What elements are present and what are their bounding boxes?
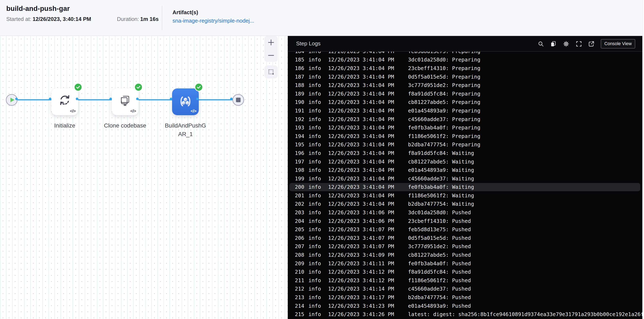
log-message: 0d5f5a015e5d: Preparing (408, 74, 642, 80)
log-level: info (308, 201, 328, 207)
log-level: info (308, 184, 328, 190)
log-row: 186info12/26/2023 3:41:04 PM23cbeff14310… (295, 64, 642, 73)
marquee-select-button[interactable] (264, 66, 278, 78)
log-line-number: 215 (295, 311, 308, 317)
log-row: 197info12/26/2023 3:41:04 PMcb81227abde5… (295, 157, 642, 166)
log-line-number: 207 (295, 243, 308, 249)
log-level: info (308, 218, 328, 224)
external-link-icon[interactable] (588, 41, 594, 47)
pipeline-title: build-and-push-gar (6, 5, 70, 13)
log-timestamp: 12/26/2023 3:41:07 PM (328, 243, 408, 249)
log-timestamp: 12/26/2023 3:41:04 PM (328, 74, 408, 80)
log-row: 193info12/26/2023 3:41:04 PMfe0fb3ab4a0f… (295, 123, 642, 132)
log-level: info (308, 269, 328, 275)
node-initialize[interactable]: </> (51, 88, 78, 115)
zoom-control[interactable] (264, 36, 278, 62)
log-level: info (308, 260, 328, 266)
log-message: e01a454893a9: Pushed (408, 303, 642, 309)
log-row: 206info12/26/2023 3:41:07 PM0d5f5a015e5d… (295, 234, 642, 242)
log-timestamp: 12/26/2023 3:41:04 PM (328, 82, 408, 88)
settings-icon[interactable] (563, 41, 570, 47)
copy-icon[interactable] (550, 41, 556, 47)
log-row: 208info12/26/2023 3:41:09 PMcb81227abde5… (295, 251, 642, 259)
gar-icon (179, 95, 192, 108)
fullscreen-icon[interactable] (576, 41, 582, 47)
log-line-number: 192 (295, 116, 308, 122)
log-line-number: 196 (295, 150, 308, 156)
log-row: 215info12/26/2023 3:41:26 PMlatest: dige… (295, 310, 642, 318)
pipeline-canvas[interactable]: </> Initialize </> Clone codebase (0, 36, 288, 319)
success-check-icon (135, 84, 142, 91)
success-check-icon (195, 84, 202, 91)
stop-icon (236, 98, 240, 102)
node-label-clone-codebase: Clone codebase (98, 121, 152, 130)
connector-dot (136, 98, 139, 100)
log-level: info (308, 252, 328, 258)
started-value: 12/26/2023, 3:40:14 PM (32, 16, 91, 22)
log-body[interactable]: 184info12/26/2023 3:41:04 PMfeb5d8d13e75… (288, 52, 642, 319)
log-line-number: 186 (295, 65, 308, 71)
artifact-link[interactable]: sna-image-registry/simple-nodej... (172, 18, 254, 24)
started-at: Started at:12/26/2023, 3:40:14 PM (6, 16, 91, 22)
log-level: info (308, 159, 328, 165)
log-line-number: 202 (295, 201, 308, 207)
log-message: 23cbeff14310: Preparing (408, 65, 642, 71)
log-timestamp: 12/26/2023 3:41:09 PM (328, 252, 408, 258)
log-level: info (308, 193, 328, 199)
log-message: 3dc01da258d0: Pushed (408, 209, 642, 215)
log-line-number: 187 (295, 74, 308, 80)
step-logs-panel: Step Logs (288, 36, 642, 319)
log-message: f8a91dd5fc84: Waiting (408, 150, 642, 156)
log-timestamp: 12/26/2023 3:41:04 PM (328, 201, 408, 207)
log-timestamp: 12/26/2023 3:41:12 PM (328, 277, 408, 283)
search-icon[interactable] (538, 41, 544, 47)
connector-dot (15, 98, 18, 100)
log-timestamp: 12/26/2023 3:41:04 PM (328, 167, 408, 173)
log-level: info (308, 277, 328, 283)
node-build-and-push-gar[interactable]: </> (172, 88, 199, 115)
log-message: 3dc01da258d0: Preparing (408, 57, 642, 63)
node-label-initialize: Initialize (38, 121, 92, 130)
log-message: e01a454893a9: Preparing (408, 108, 642, 114)
log-line-number: 189 (295, 91, 308, 97)
log-line-number: 198 (295, 167, 308, 173)
log-level: info (308, 167, 328, 173)
connector-dot (110, 98, 112, 100)
log-timestamp: 12/26/2023 3:41:14 PM (328, 286, 408, 292)
vertical-scrollbar[interactable] (642, 0, 644, 319)
log-message: 3c777d951de2: Preparing (408, 82, 642, 88)
log-message: fe0fb3ab4a0f: Waiting (408, 184, 640, 190)
log-timestamp: 12/26/2023 3:41:04 PM (328, 57, 408, 63)
execution-header: build-and-push-gar Started at:12/26/2023… (0, 0, 644, 36)
duration-label: Duration: (117, 16, 139, 22)
log-level: info (308, 286, 328, 292)
log-level: info (308, 74, 328, 80)
log-row: 184info12/26/2023 3:41:04 PMfeb5d8d13e75… (295, 52, 642, 56)
zoom-in-button[interactable] (268, 39, 274, 46)
log-message: b2dba7477754: Pushed (408, 294, 642, 300)
log-message: b2dba7477754: Preparing (408, 142, 642, 148)
log-level: info (308, 57, 328, 63)
log-message: cb81227abde5: Waiting (408, 159, 642, 165)
log-row: 192info12/26/2023 3:41:04 PMc45660adde37… (295, 115, 642, 124)
duration-value: 1m 16s (140, 16, 159, 22)
log-controls: Console View (538, 36, 635, 52)
log-line-number: 200 (295, 184, 308, 190)
log-message: 0d5f5a015e5d: Pushed (408, 235, 642, 241)
zoom-out-button[interactable] (268, 52, 274, 59)
console-view-button[interactable]: Console View (601, 39, 635, 49)
log-timestamp: 12/26/2023 3:41:04 PM (328, 150, 408, 156)
log-timestamp: 12/26/2023 3:41:23 PM (328, 303, 408, 309)
log-row: 209info12/26/2023 3:41:11 PMfe0fb3ab4a0f… (295, 259, 642, 268)
log-timestamp: 12/26/2023 3:41:04 PM (328, 133, 408, 139)
log-message: 3c777d951de2: Pushed (408, 243, 642, 249)
log-line-number: 211 (295, 277, 308, 283)
log-line-number: 193 (295, 125, 308, 131)
log-timestamp: 12/26/2023 3:41:17 PM (328, 294, 408, 300)
log-row: 211info12/26/2023 3:41:12 PMf1186e5061f2… (295, 276, 642, 285)
log-line-number: 214 (295, 303, 308, 309)
connector-dot (49, 98, 51, 100)
log-row: 199info12/26/2023 3:41:04 PMc45660adde37… (295, 174, 642, 183)
node-clone-codebase[interactable]: </> (112, 88, 138, 115)
log-timestamp: 12/26/2023 3:41:04 PM (328, 108, 408, 114)
